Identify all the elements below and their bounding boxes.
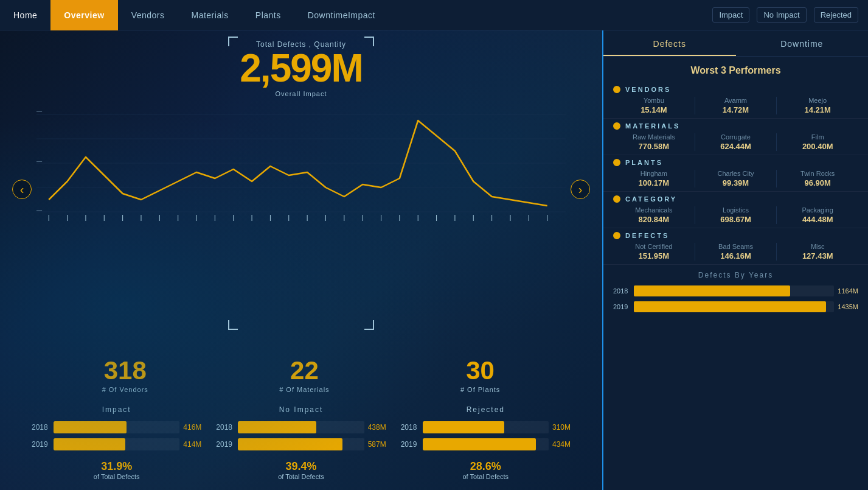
performer-packaging-val: 444.48M	[779, 215, 856, 224]
bar-row-rejected-2019: 2019 434M	[401, 438, 571, 450]
plants-label: Plants	[625, 159, 663, 166]
performer-twin-val: 96.90M	[779, 178, 856, 187]
divider	[776, 133, 777, 151]
vendors-label: Vendors	[625, 86, 671, 93]
divider	[776, 170, 777, 187]
performer-not-certified-name: Not Certified	[616, 243, 692, 250]
performer-hingham-val: 100.17M	[616, 178, 692, 187]
performer-hingham: Hingham 100.17M	[616, 170, 692, 187]
next-arrow[interactable]: ›	[571, 180, 590, 199]
performer-raw-name: Raw Materials	[616, 133, 692, 141]
performer-bad-seams-val: 146.16M	[698, 251, 774, 261]
bar-percent-impact-value: 31.9%	[94, 460, 140, 473]
divider	[695, 97, 695, 114]
performer-meejo: Meejo 14.21M	[779, 97, 856, 114]
bar-year-rejected-2019: 2019	[401, 440, 423, 449]
bar-percent-rejected: 28.6% of Total Defects	[463, 460, 509, 480]
filter-rejected[interactable]: Rejected	[814, 7, 858, 23]
year-label-2018: 2018	[613, 287, 634, 295]
divider	[776, 97, 777, 114]
divider	[776, 206, 777, 224]
bar-row-impact-2019: 2019 414M	[32, 438, 201, 450]
category-defects: Defects Not Certified 151.95M Bad Seams …	[603, 228, 868, 265]
nav-vendors[interactable]: Vendors	[118, 0, 178, 30]
bar-year-noimpact-2018: 2018	[216, 423, 238, 432]
performer-twin-rocks: Twin Rocks 96.90M	[779, 170, 856, 187]
defects-by-years: Defects By Years 2018 1164M 2019 1435M	[603, 265, 868, 323]
category-plants-header: Plants	[613, 159, 858, 166]
bracket-tr	[364, 37, 374, 46]
performer-film: Film 200.40M	[779, 133, 856, 151]
bar-group-no-impact-title: No Impact	[279, 405, 324, 414]
stat-materials-label: # Of Materials	[279, 386, 329, 393]
bar-fill-impact-2018	[54, 421, 127, 433]
performer-hingham-name: Hingham	[616, 170, 692, 177]
performer-charles-val: 99.39M	[698, 178, 774, 187]
stat-vendors-value: 318	[102, 358, 148, 383]
bar-percent-impact: 31.9% of Total Defects	[94, 460, 140, 480]
performer-misc-name: Misc	[779, 243, 856, 250]
category-vendors: Vendors Yombu 15.14M Avamm 14.72M Meejo …	[603, 82, 868, 119]
bracket-br	[364, 320, 374, 330]
stat-materials-value: 22	[279, 358, 329, 383]
performer-avamm-val: 14.72M	[698, 105, 774, 114]
stat-plants: 30 # Of Plants	[460, 358, 500, 393]
chart-subtitle: Overall Impact	[36, 90, 566, 97]
tab-downtime[interactable]: Downtime	[736, 30, 869, 56]
top-navigation: Home Overview Vendors Materials Plants D…	[0, 0, 868, 30]
nav-home[interactable]: Home	[0, 0, 50, 30]
defects-label: Defects	[625, 232, 669, 239]
divider	[695, 206, 695, 224]
year-bar-2019: 2019 1435M	[613, 301, 858, 312]
materials-label: Materials	[625, 122, 680, 130]
filter-impact[interactable]: Impact	[712, 7, 749, 23]
filter-no-impact[interactable]: No Impact	[757, 7, 806, 23]
bar-fill-noimpact-2019	[238, 438, 342, 450]
nav-downtime-impact[interactable]: DowntimeImpact	[294, 0, 389, 30]
bar-fill-rejected-2019	[423, 438, 536, 450]
nav-overview[interactable]: Overview	[50, 0, 117, 30]
bar-val-noimpact-2019: 587M	[368, 440, 386, 449]
bar-fill-impact-2019	[54, 438, 125, 450]
year-fill-2019	[634, 301, 826, 312]
performer-corrugate-name: Corrugate	[698, 133, 774, 141]
stat-plants-label: # Of Plants	[460, 386, 500, 393]
bar-group-rejected-title: Rejected	[467, 405, 505, 414]
performer-twin-name: Twin Rocks	[779, 170, 856, 177]
svg-text:—: —	[36, 207, 43, 213]
bar-track-impact-2018	[54, 421, 179, 433]
performer-yombu-val: 15.14M	[616, 105, 692, 114]
tab-defects[interactable]: Defects	[603, 30, 736, 56]
svg-text:—: —	[36, 108, 43, 114]
divider	[695, 133, 695, 151]
category-category-header: Category	[613, 195, 858, 203]
performer-yombu-name: Yombu	[616, 97, 692, 104]
performer-charles-name: Charles City	[698, 170, 774, 177]
nav-plants[interactable]: Plants	[242, 0, 294, 30]
bar-track-noimpact-2019	[238, 438, 364, 450]
bar-track-noimpact-2018	[238, 421, 364, 433]
category-plants: Plants Hingham 100.17M Charles City 99.3…	[603, 155, 868, 192]
bar-group-impact-title: Impact	[102, 405, 131, 414]
performer-corrugate: Corrugate 624.44M	[698, 133, 774, 151]
filter-tabs: Impact No Impact Rejected	[712, 7, 868, 23]
stat-vendors: 318 # Of Vendors	[102, 358, 148, 393]
performer-film-name: Film	[779, 133, 856, 141]
bar-fill-rejected-2018	[423, 421, 505, 433]
category-materials: Materials Raw Materials 770.58M Corrugat…	[603, 119, 868, 155]
chart-total-value: 2,599M	[36, 49, 566, 88]
performer-mechanicals: Mechanicals 820.84M	[616, 206, 692, 224]
prev-arrow[interactable]: ‹	[12, 180, 32, 199]
defects-performers: Not Certified 151.95M Bad Seams 146.16M …	[613, 243, 858, 261]
performer-misc: Misc 127.43M	[779, 243, 856, 261]
performer-raw-materials: Raw Materials 770.58M	[616, 133, 692, 151]
bar-track-rejected-2018	[423, 421, 549, 433]
performer-avamm: Avamm 14.72M	[698, 97, 774, 114]
nav-materials[interactable]: Materials	[178, 0, 242, 30]
bar-group-rejected: Rejected 2018 310M 2019 434M 28.6%	[394, 405, 578, 480]
performer-meejo-name: Meejo	[779, 97, 856, 104]
bar-row-rejected-2018: 2018 310M	[401, 421, 571, 433]
performer-avamm-name: Avamm	[698, 97, 774, 104]
bar-val-rejected-2019: 434M	[552, 440, 571, 449]
performer-packaging: Packaging 444.48M	[779, 206, 856, 224]
